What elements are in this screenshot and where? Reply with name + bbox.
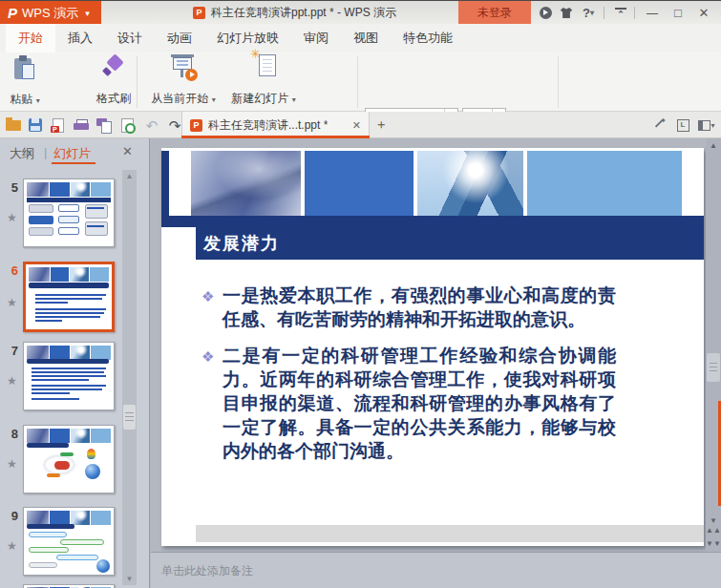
tab-slides[interactable]: 幻灯片 — [53, 145, 91, 162]
scrollbar-thumb[interactable] — [707, 353, 720, 382]
new-slide-button[interactable]: 新建幻灯片 ▾ — [225, 54, 302, 107]
scrollbar-thumb[interactable] — [123, 405, 136, 430]
slide-thumbnail-8[interactable] — [23, 425, 115, 494]
chevron-down-icon: ▾ — [36, 96, 40, 105]
slide-footer-band — [196, 525, 704, 542]
undo-button[interactable]: ↶ — [143, 116, 160, 134]
app-tab-label: WPS 演示 — [22, 5, 78, 22]
paste-button[interactable]: 粘贴 ▾ — [6, 55, 44, 108]
slide-number: 9 — [4, 509, 18, 523]
document-tab-bar: ↶ ↷ ▾ P 科主任竞聘演讲...t.ppt * ✕ ＋ L ▾ — [0, 112, 721, 138]
find-icon — [121, 118, 134, 133]
skin-button[interactable] — [556, 1, 577, 25]
format-painter-button[interactable]: 格式刷 — [92, 56, 136, 107]
app-menu-tab[interactable]: P WPS 演示 ▾ — [0, 1, 101, 25]
notes-placeholder: 单击此处添加备注 — [161, 563, 253, 579]
animation-star-icon[interactable]: ★ — [7, 457, 17, 471]
feedback-button[interactable] — [535, 1, 556, 25]
active-tab-indicator — [52, 162, 95, 164]
open-file-button[interactable] — [5, 116, 22, 134]
print-button[interactable] — [73, 116, 90, 134]
slide-number: 8 — [4, 427, 18, 441]
animation-star-icon[interactable]: ★ — [7, 211, 17, 224]
ribbon-toolbar: 粘贴 ▾ ✂ 剪切 复制 格式刷 从当前开始 ▾ 新建幻灯片 ▾ 版式 ▾ 重置… — [0, 52, 721, 112]
export-pdf-button[interactable] — [50, 116, 67, 134]
play-from-current-button[interactable]: 从当前开始 ▾ — [143, 54, 223, 107]
tab-special-features[interactable]: 特色功能 — [391, 24, 465, 52]
scroll-up-button[interactable]: ▲ — [706, 140, 721, 152]
pdf-icon — [53, 118, 64, 133]
animation-star-icon[interactable]: ★ — [7, 539, 17, 553]
l-box-icon: L — [677, 119, 689, 132]
open-folder-icon — [6, 120, 21, 131]
minimize-button[interactable]: — — [640, 1, 665, 25]
notes-panel[interactable]: 单击此处添加备注 — [151, 552, 721, 588]
scroll-up-icon[interactable]: ▲ — [122, 172, 137, 180]
current-slide[interactable]: 发展潜力 ❖ 一是热爱本职工作，有强烈的事业心和高度的责任感、有吃苦耐劳的精神和… — [161, 148, 704, 546]
slides-sidebar: 大纲 | 幻灯片 ✕ 5 ★ 6 ★ 7 ★ — [0, 138, 150, 588]
banner-lightblue-block — [527, 151, 682, 216]
group-divider — [137, 56, 138, 108]
print-preview-button[interactable] — [95, 116, 113, 134]
help-button[interactable]: ?▾ — [577, 1, 600, 25]
tab-animation[interactable]: 动画 — [155, 24, 204, 52]
collapse-ribbon-button[interactable]: ⌃ — [609, 1, 632, 25]
wps-logo-icon: P — [8, 5, 17, 21]
tab-insert[interactable]: 插入 — [55, 24, 105, 52]
slide-thumbnail-5[interactable] — [23, 178, 115, 247]
history-version-button[interactable]: L — [674, 116, 691, 134]
animation-star-icon[interactable]: ★ — [7, 296, 17, 309]
paste-icon — [14, 55, 35, 80]
bullet-item: ❖ 二是有一定的科研管理工作经验和综合协调能力。近两年的科研综合管理工作，使我对… — [203, 344, 616, 463]
slide-thumbnail-9[interactable] — [23, 507, 115, 576]
collapse-up-icon: ⌃ — [615, 8, 626, 19]
tab-home[interactable]: 开始 — [6, 24, 55, 52]
document-tab[interactable]: P 科主任竞聘演讲...t.ppt * ✕ — [181, 112, 370, 138]
side-panel-icon — [698, 120, 710, 131]
slide-thumbnail-10-partial[interactable] — [23, 584, 115, 588]
diamond-bullet-icon: ❖ — [201, 285, 214, 309]
skin-icon — [560, 7, 573, 19]
slide-thumbnail-6-selected[interactable] — [23, 262, 115, 332]
group-divider — [558, 56, 559, 108]
chevron-down-icon: ▾ — [212, 95, 216, 104]
bullet-text: 二是有一定的科研管理工作经验和综合协调能力。近两年的科研综合管理工作，使我对科研… — [223, 346, 616, 461]
save-button[interactable] — [27, 116, 44, 134]
slide-body-text[interactable]: ❖ 一是热爱本职工作，有强烈的事业心和高度的责任感、有吃苦耐劳的精神和开拓进取的… — [203, 284, 616, 475]
slideshow-play-icon — [169, 54, 198, 81]
sidebar-header: 大纲 | 幻灯片 ✕ — [0, 138, 149, 167]
tab-view[interactable]: 视图 — [341, 24, 391, 52]
maximize-button[interactable]: □ — [666, 1, 690, 25]
banner-blue-block — [305, 151, 414, 216]
chevron-down-icon: ▾ — [710, 121, 714, 130]
animation-star-icon[interactable]: ★ — [7, 374, 17, 388]
previous-slide-button[interactable]: ▲▲ — [706, 528, 721, 534]
new-slide-icon — [259, 54, 276, 76]
tab-design[interactable]: 设计 — [105, 24, 155, 52]
scroll-down-icon[interactable]: ▼ — [122, 575, 137, 583]
chevron-down-icon[interactable]: ▾ — [85, 9, 90, 18]
slide-canvas-area[interactable]: 发展潜力 ❖ 一是热爱本职工作，有强烈的事业心和高度的责任感、有吃苦耐劳的精神和… — [151, 138, 706, 552]
tab-outline[interactable]: 大纲 — [10, 145, 34, 162]
workspace-panel-button[interactable]: ▾ — [695, 116, 718, 134]
tab-review[interactable]: 审阅 — [291, 24, 341, 52]
divider — [634, 7, 635, 19]
tools-wand-button[interactable] — [651, 116, 668, 134]
slide-title[interactable]: 发展潜力 — [196, 227, 704, 260]
new-tab-button[interactable]: ＋ — [372, 116, 390, 134]
title-strip — [161, 216, 704, 227]
chevron-down-icon: ▾ — [292, 95, 296, 104]
close-tab-icon[interactable]: ✕ — [352, 119, 361, 132]
sidebar-scrollbar[interactable]: ▲ ▼ — [122, 170, 137, 585]
login-button[interactable]: 未登录 — [458, 1, 531, 25]
close-button[interactable]: ✕ — [691, 1, 716, 25]
find-button[interactable] — [118, 116, 136, 134]
slide-thumbnail-7[interactable] — [23, 342, 115, 410]
tab-slideshow[interactable]: 幻灯片放映 — [204, 24, 291, 52]
close-sidebar-button[interactable]: ✕ — [122, 144, 133, 158]
save-icon — [29, 118, 42, 132]
help-icon: ? — [583, 6, 590, 20]
group-divider — [357, 56, 358, 108]
next-slide-button[interactable]: ▼▼ — [706, 541, 721, 547]
slide-number: 7 — [4, 344, 18, 358]
